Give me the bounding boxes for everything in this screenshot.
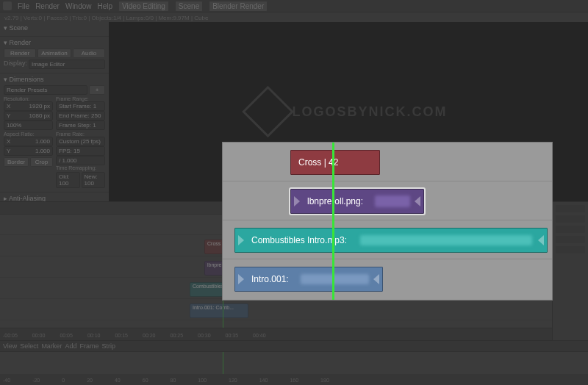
sequencer-menu-bar[interactable]: View Select Marker Add Frame Strip — [0, 341, 588, 352]
menu-render[interactable]: Render — [35, 2, 60, 10]
watermark: LOGOSBYNICK.COM — [249, 93, 447, 130]
clip-combustibles-audio[interactable]: Combustibles Intro.mp3: — [234, 228, 548, 253]
bottom-area: View Select Marker Add Frame Strip -40-2… — [0, 340, 588, 385]
fps-dropdown[interactable]: Custom (25 fps) — [56, 137, 105, 146]
seq-select-menu[interactable]: Select — [20, 342, 38, 350]
frame-range-label: Frame Range: — [56, 96, 105, 101]
clip-label: Combustibles Intro.mp3: — [244, 235, 354, 245]
aspect-label: Aspect Ratio: — [4, 132, 53, 137]
add-preset-button[interactable]: + — [89, 85, 105, 95]
track-1[interactable]: Intro.001: Comb... — [0, 299, 553, 320]
clip-label: lbnpreroll.png: — [300, 196, 370, 206]
overlay-track-4[interactable]: Cross | 42 — [223, 143, 552, 181]
sidebar-field[interactable] — [556, 246, 585, 253]
menu-file[interactable]: File — [18, 2, 29, 10]
menu-help[interactable]: Help — [98, 2, 113, 10]
old-field[interactable]: Old: 100 — [56, 172, 80, 188]
border-checkbox[interactable]: Border — [4, 157, 29, 167]
timeline-playhead[interactable] — [223, 352, 223, 374]
remap-label: Time Remapping: — [56, 165, 105, 170]
res-x-field[interactable]: X1920 px — [4, 101, 53, 111]
crop-checkbox[interactable]: Crop — [30, 157, 53, 167]
framerate-label: Frame Rate: — [56, 132, 105, 137]
timeline-body[interactable] — [0, 352, 588, 374]
frame-step-field[interactable]: Frame Step: 1 — [56, 120, 105, 130]
res-y-field[interactable]: Y1080 px — [4, 111, 53, 120]
clip-content-blur — [375, 195, 410, 207]
dimensions-header[interactable]: ▾ Dimensions — [4, 76, 105, 83]
clip-cross[interactable]: Cross | 42 — [290, 150, 380, 175]
res-pct-field[interactable]: 100% — [4, 120, 53, 130]
resolution-label: Resolution: — [4, 96, 53, 101]
render-presets-dropdown[interactable]: Render Presets — [4, 85, 87, 95]
clip-handle-right-icon[interactable] — [538, 235, 544, 245]
stats-text: v2.79 | Verts:0 | Faces:0 | Tris:0 | Obj… — [4, 15, 208, 21]
layout-dropdown[interactable]: Video Editing — [118, 1, 169, 12]
overlay-playhead[interactable] — [332, 143, 334, 300]
fps-field[interactable]: FPS: 15 — [56, 146, 105, 156]
fps-base-field[interactable]: / 1.000 — [56, 156, 105, 165]
properties-panel[interactable]: ▾ Scene ▾ Render Render Animation Audio … — [0, 22, 110, 201]
sequencer-sidebar[interactable] — [552, 202, 588, 342]
clip-handle-left-icon[interactable] — [238, 235, 244, 245]
seq-add-menu[interactable]: Add — [65, 342, 76, 350]
clip-content-blur — [360, 235, 532, 245]
blender-logo-icon — [3, 1, 12, 10]
clip-lbnpreroll-selected[interactable]: lbnpreroll.png: — [290, 189, 424, 214]
aspect-y-field[interactable]: Y1.000 — [4, 146, 53, 156]
sidebar-field[interactable] — [556, 215, 585, 223]
clip-handle-left-icon[interactable] — [294, 196, 300, 206]
seq-frame-menu[interactable]: Frame — [79, 342, 98, 350]
clip-handle-right-icon[interactable] — [373, 274, 379, 284]
render-header[interactable]: ▾ Render — [4, 39, 105, 46]
display-dropdown[interactable]: Image Editor — [29, 60, 105, 69]
clip-handle-right-icon[interactable] — [415, 196, 420, 206]
clip-handle-left-icon[interactable] — [238, 274, 244, 284]
menu-window[interactable]: Window — [65, 2, 92, 10]
seq-marker-menu[interactable]: Marker — [41, 342, 62, 350]
end-frame-field[interactable]: End Frame: 250 — [56, 111, 105, 120]
scene-header[interactable]: ▾ Scene — [4, 24, 105, 32]
sidebar-field[interactable] — [556, 226, 585, 233]
sidebar-field[interactable] — [556, 205, 585, 212]
overlay-track-1[interactable]: Intro.001: — [223, 259, 552, 298]
overlay-track-3[interactable]: lbnpreroll.png: — [223, 181, 552, 220]
sidebar-field[interactable] — [556, 236, 585, 243]
top-menu-bar[interactable]: File Render Window Help Video Editing Sc… — [0, 0, 588, 12]
sequencer-zoom-overlay: Cross | 42 lbnpreroll.png: Combustibles … — [223, 143, 552, 300]
seq-view-menu[interactable]: View — [3, 342, 17, 350]
display-label: Display: — [4, 60, 27, 69]
animation-button[interactable]: Animation — [37, 48, 71, 58]
start-frame-field[interactable]: Start Frame: 1 — [56, 101, 105, 111]
render-button[interactable]: Render — [4, 48, 36, 58]
watermark-diamond-icon — [242, 86, 294, 138]
clip-label: Intro.001: — [244, 274, 296, 284]
new-field[interactable]: New: 100 — [82, 172, 106, 188]
audio-button[interactable]: Audio — [73, 48, 105, 58]
clip-content-blur — [301, 274, 369, 284]
engine-dropdown[interactable]: Blender Render — [209, 1, 268, 12]
clip-intro-video[interactable]: Intro.001: Comb... — [190, 303, 248, 318]
overlay-track-2[interactable]: Combustibles Intro.mp3: — [223, 220, 552, 259]
seq-strip-menu[interactable]: Strip — [101, 342, 115, 350]
scene-dropdown[interactable]: Scene — [175, 1, 203, 12]
aspect-x-field[interactable]: X1.000 — [4, 137, 53, 146]
clip-label: Cross | 42 — [291, 157, 345, 168]
clip-intro-video[interactable]: Intro.001: — [234, 267, 383, 292]
timeline-ruler[interactable]: -40-20020406080100120140160180 — [0, 374, 588, 385]
